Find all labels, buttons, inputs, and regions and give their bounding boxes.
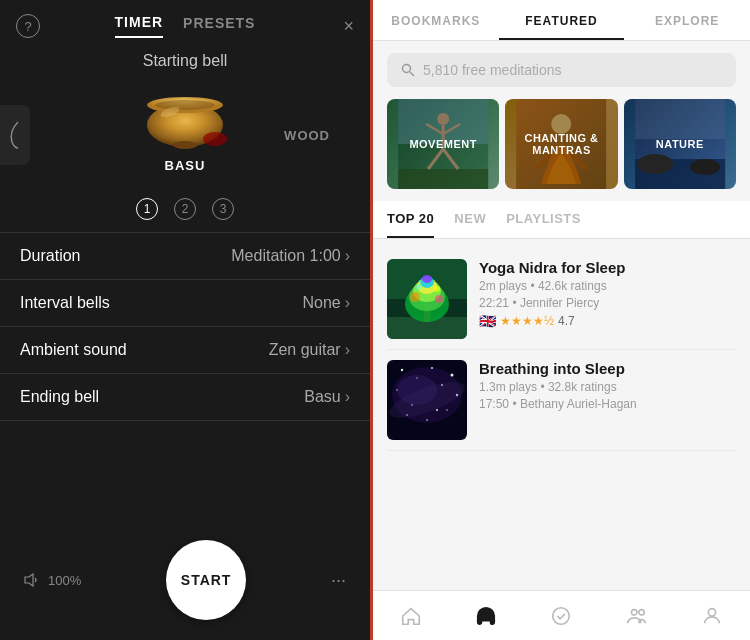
svg-point-45 xyxy=(431,367,433,369)
svg-point-55 xyxy=(426,419,428,421)
tab-explore[interactable]: EXPLORE xyxy=(624,0,750,40)
ambient-chevron: › xyxy=(345,341,350,359)
tab-timer[interactable]: TIMER xyxy=(115,14,164,38)
ending-row[interactable]: Ending bell Basu › xyxy=(0,373,370,421)
meditation-info-2: Breathing into Sleep 1.3m plays • 32.8k … xyxy=(479,360,736,440)
ambient-value: Zen guitar › xyxy=(269,341,350,359)
duration-value: Meditation 1:00 › xyxy=(231,247,350,265)
dot-2[interactable]: 2 xyxy=(174,198,196,220)
tab-top20[interactable]: TOP 20 xyxy=(387,201,434,238)
movement-overlay: MOVEMENT xyxy=(387,99,499,189)
volume-icon xyxy=(24,572,42,588)
interval-row[interactable]: Interval bells None › xyxy=(0,279,370,326)
nav-group[interactable] xyxy=(614,599,660,633)
svg-point-5 xyxy=(203,132,227,146)
close-button[interactable]: × xyxy=(343,16,354,37)
nav-home[interactable] xyxy=(388,599,434,633)
ending-chevron: › xyxy=(345,388,350,406)
search-icon xyxy=(401,63,415,77)
settings-list: Duration Meditation 1:00 › Interval bell… xyxy=(0,224,370,526)
search-bar[interactable]: 5,810 free meditations xyxy=(387,53,736,87)
meditation-duration-1: 22:21 • Jennifer Piercy xyxy=(479,296,736,310)
meditation-item-2[interactable]: Breathing into Sleep 1.3m plays • 32.8k … xyxy=(387,350,736,451)
dot-indicators: 1 2 3 xyxy=(0,190,370,224)
meditation-list: Yoga Nidra for Sleep 2m plays • 42.6k ra… xyxy=(373,249,750,590)
svg-point-36 xyxy=(422,275,432,283)
right-top-tabs: BOOKMARKS FEATURED EXPLORE xyxy=(373,0,750,41)
duration-row[interactable]: Duration Meditation 1:00 › xyxy=(0,232,370,279)
svg-point-40 xyxy=(434,286,440,292)
bell-name-wood: WOOD xyxy=(284,128,330,143)
bottom-bar: 100% START ··· xyxy=(0,526,370,640)
nature-overlay: NATURE xyxy=(624,99,736,189)
tab-presets[interactable]: PRESETS xyxy=(183,15,255,37)
featured-panel: BOOKMARKS FEATURED EXPLORE 5,810 free me… xyxy=(370,0,750,640)
search-placeholder: 5,810 free meditations xyxy=(423,62,562,78)
nav-headphones[interactable] xyxy=(463,599,509,633)
svg-point-60 xyxy=(631,609,637,615)
ending-value: Basu › xyxy=(304,388,350,406)
tab-bookmarks[interactable]: BOOKMARKS xyxy=(373,0,499,40)
volume-area: 100% xyxy=(24,572,81,588)
bell-name-basu: BASU xyxy=(165,158,206,173)
meditation-meta-1: 2m plays • 42.6k ratings xyxy=(479,279,736,293)
chanting-label: CHANTING &MANTRAS xyxy=(520,128,602,160)
svg-line-8 xyxy=(410,72,414,76)
nature-label: NATURE xyxy=(652,134,708,154)
ending-label: Ending bell xyxy=(20,388,99,406)
help-button[interactable]: ? xyxy=(16,14,40,38)
category-nature[interactable]: NATURE xyxy=(624,99,736,189)
start-button[interactable]: START xyxy=(166,540,246,620)
tab-playlists[interactable]: PLAYLISTS xyxy=(506,201,581,238)
bottom-nav xyxy=(373,590,750,640)
svg-point-52 xyxy=(416,377,417,378)
svg-point-59 xyxy=(553,607,570,624)
svg-point-62 xyxy=(709,608,716,615)
svg-point-46 xyxy=(451,374,454,377)
ambient-label: Ambient sound xyxy=(20,341,127,359)
dot-1[interactable]: 1 xyxy=(136,198,158,220)
svg-point-37 xyxy=(410,292,420,302)
nav-person[interactable] xyxy=(689,599,735,633)
bell-bowl-basu[interactable]: BASU xyxy=(140,97,230,173)
svg-point-2 xyxy=(155,100,215,110)
meditation-rating-1: 🇬🇧 ★★★★½ 4.7 xyxy=(479,313,736,329)
svg-rect-58 xyxy=(491,618,495,624)
thumb-yoga xyxy=(387,259,467,339)
flag-1: 🇬🇧 xyxy=(479,313,496,329)
meditation-meta-2: 1.3m plays • 32.8k ratings xyxy=(479,380,736,394)
interval-chevron: › xyxy=(345,294,350,312)
chanting-overlay: CHANTING &MANTRAS xyxy=(505,99,617,189)
svg-point-47 xyxy=(396,389,398,391)
left-edge xyxy=(0,105,30,165)
dot-3[interactable]: 3 xyxy=(212,198,234,220)
meditation-info-1: Yoga Nidra for Sleep 2m plays • 42.6k ra… xyxy=(479,259,736,339)
tab-featured[interactable]: FEATURED xyxy=(499,0,625,40)
timer-top-bar: ? TIMER PRESETS × xyxy=(0,0,370,38)
svg-point-7 xyxy=(403,65,411,73)
duration-label: Duration xyxy=(20,247,80,265)
meditation-duration-2: 17:50 • Bethany Auriel-Hagan xyxy=(479,397,736,411)
bell-section-title: Starting bell xyxy=(0,38,370,80)
more-button[interactable]: ··· xyxy=(331,570,346,591)
svg-rect-57 xyxy=(478,618,482,624)
interval-label: Interval bells xyxy=(20,294,110,312)
category-chanting[interactable]: CHANTING &MANTRAS xyxy=(505,99,617,189)
svg-point-3 xyxy=(173,141,197,149)
meditation-title-1: Yoga Nidra for Sleep xyxy=(479,259,736,276)
interval-value: None › xyxy=(302,294,350,312)
meditation-item-1[interactable]: Yoga Nidra for Sleep 2m plays • 42.6k ra… xyxy=(387,249,736,350)
category-movement[interactable]: MOVEMENT xyxy=(387,99,499,189)
stars-1: ★★★★½ xyxy=(500,314,554,328)
nav-checkmark[interactable] xyxy=(538,599,584,633)
svg-point-39 xyxy=(416,284,422,290)
ambient-row[interactable]: Ambient sound Zen guitar › xyxy=(0,326,370,373)
content-tabs: TOP 20 NEW PLAYLISTS xyxy=(373,201,750,239)
volume-value: 100% xyxy=(48,573,81,588)
meditation-title-2: Breathing into Sleep xyxy=(479,360,736,377)
tab-new[interactable]: NEW xyxy=(454,201,486,238)
bell-bowl-image xyxy=(140,97,230,152)
svg-point-44 xyxy=(401,369,403,371)
svg-point-61 xyxy=(639,609,645,615)
duration-chevron: › xyxy=(345,247,350,265)
